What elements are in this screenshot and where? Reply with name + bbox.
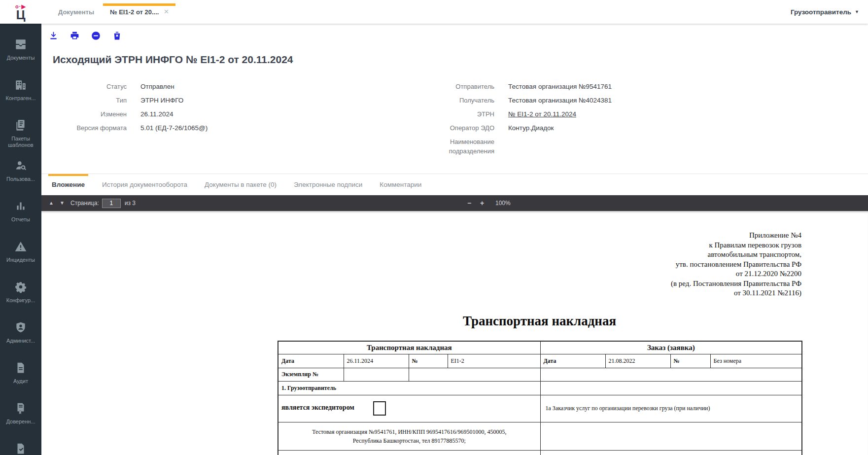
meta-row-type: Тип ЭТРН ИНФГО xyxy=(53,96,208,105)
meta-label: Отправитель xyxy=(426,82,494,91)
tab-current-document[interactable]: № EI1-2 от 20.... × xyxy=(102,0,176,24)
tab-label: Электронные подписи xyxy=(294,181,362,188)
tab-current-document-label: № EI1-2 от 20.... xyxy=(110,8,159,16)
sidebar-item-label: Документы xyxy=(1,55,40,61)
meta-value: 26.11.2024 xyxy=(140,109,174,119)
meta-value: 5.01 (ЕД-7-26/1065@) xyxy=(140,123,208,133)
meta-row-subdivision: Наименование подразделения xyxy=(426,137,612,156)
main-panel: Исходящий ЭТРН ИНФГО № EI1-2 от 20.11.20… xyxy=(41,24,868,455)
building-icon xyxy=(14,78,27,91)
document-icon xyxy=(14,361,27,374)
document-metadata: Статус Отправлен Тип ЭТРН ИНФГО Изменен … xyxy=(41,71,868,174)
waybill-number-label: № xyxy=(409,354,448,368)
delete-button[interactable] xyxy=(109,28,125,43)
appendix-note: Приложение №4 к Правилам перевозок грузо… xyxy=(671,231,801,298)
user-search-icon xyxy=(14,159,27,172)
arrow-up-icon: ▲ xyxy=(49,200,54,206)
waybill-table: Транспортная накладная Заказ (заявка) Да… xyxy=(278,341,802,455)
meta-row-sender: Отправитель Тестовая организация №954176… xyxy=(426,82,612,91)
template-packages-icon xyxy=(14,119,27,132)
block-circle-icon xyxy=(91,31,101,41)
sidebar-item-label: Контраген... xyxy=(1,95,40,102)
sidebar-item-template-packages[interactable]: Пакеты шаблонов xyxy=(0,113,41,153)
waybill-date-label: Дата xyxy=(278,354,344,368)
close-tab-icon[interactable]: × xyxy=(164,8,169,15)
download-icon xyxy=(48,31,59,41)
meta-label: Версия формата xyxy=(53,123,127,133)
sidebar-item-label: Аудит xyxy=(1,378,40,385)
table-copy-row: Экземпляр № xyxy=(278,368,802,381)
order-number-label: № xyxy=(670,354,710,368)
tab-label: История документооборота xyxy=(102,181,187,188)
app-logo[interactable]: o·▶ Ц xyxy=(0,0,41,24)
meta-value: ЭТРН ИНФГО xyxy=(140,96,183,105)
etrn-link[interactable]: № EI1-2 от 20.11.2024 xyxy=(508,109,576,119)
next-page-button[interactable]: ▼ xyxy=(57,198,68,209)
expeditor-checkbox xyxy=(373,401,386,416)
meta-label: Статус xyxy=(53,82,127,91)
window-tabs: Документы № EI1-2 от 20.... × xyxy=(50,0,176,24)
waybill-date-value: 26.11.2024 xyxy=(344,354,409,368)
shipper-info: Тестовая организация №9541761, ИНН/КПП 9… xyxy=(311,427,508,445)
sidebar: Документы Контраген... Пакеты шаблонов П… xyxy=(0,24,41,455)
meta-row-edo-operator: Оператор ЭДО Контур.Диадок xyxy=(426,123,612,133)
table-expeditor-row: является экспедитором 1а Заказчик услуг … xyxy=(278,395,802,422)
sidebar-item-poa[interactable]: Доверенн... xyxy=(0,396,41,436)
sidebar-item-contractors[interactable]: Контраген... xyxy=(0,72,41,113)
customer-1a-cell: 1а Заказчик услуг по организации перевоз… xyxy=(540,395,802,422)
sidebar-item-documents[interactable]: Документы xyxy=(0,32,41,72)
zoom-level[interactable]: 100% xyxy=(495,200,511,207)
sidebar-item-label: Пакеты шаблонов xyxy=(1,136,40,148)
sidebar-item-partial[interactable] xyxy=(0,436,41,455)
sidebar-item-incidents[interactable]: Инциденты xyxy=(0,234,41,275)
waybill-number-value: EI1-2 xyxy=(448,354,540,368)
zoom-in-button[interactable]: + xyxy=(476,198,488,209)
meta-row-status: Статус Отправлен xyxy=(53,82,208,91)
document-toolbar xyxy=(41,24,868,47)
table-shipper-row: Тестовая организация №9541761, ИНН/КПП 9… xyxy=(278,422,802,450)
expeditor-label: является экспедитором xyxy=(281,404,354,411)
sidebar-item-administration[interactable]: Админист... xyxy=(0,315,41,355)
minus-icon: − xyxy=(467,199,471,207)
org-switcher[interactable]: Грузоотправитель ▼ xyxy=(791,0,868,24)
sidebar-item-label: Конфигур... xyxy=(1,297,40,304)
pdf-toolbar: ▲ ▼ Страница: из 3 − + 100% xyxy=(41,195,868,211)
sidebar-item-configuration[interactable]: Конфигур... xyxy=(0,275,41,315)
tab-documents[interactable]: Документы xyxy=(50,0,102,24)
sidebar-item-label: Админист... xyxy=(1,338,40,344)
zoom-out-button[interactable]: − xyxy=(463,198,476,209)
download-button[interactable] xyxy=(45,28,61,43)
order-date-value: 21.08.2022 xyxy=(605,354,670,368)
tab-attachment[interactable]: Вложение xyxy=(48,174,88,195)
meta-label: Изменен xyxy=(53,109,127,119)
meta-label: ЭТРН xyxy=(426,109,494,119)
pdf-page: Приложение №4 к Правилам перевозок грузо… xyxy=(41,211,868,455)
meta-value: Тестовая организация №9541761 xyxy=(508,82,612,91)
tab-comments[interactable]: Комментарии xyxy=(376,174,425,195)
sidebar-item-audit[interactable]: Аудит xyxy=(0,355,41,396)
print-button[interactable] xyxy=(67,28,82,43)
table-partial-row xyxy=(278,450,802,455)
trash-x-icon xyxy=(112,31,122,41)
sidebar-item-label: Доверенн... xyxy=(1,419,40,425)
sidebar-item-label: Инциденты xyxy=(1,257,40,263)
page-number-input[interactable] xyxy=(102,199,121,208)
sidebar-item-reports[interactable]: Отчеты xyxy=(0,194,41,234)
content-tabs: Вложение История документооборота Докуме… xyxy=(41,174,868,195)
tab-label: Вложение xyxy=(52,181,85,188)
previous-page-button[interactable]: ▲ xyxy=(46,198,57,209)
tab-documents-label: Документы xyxy=(58,8,94,16)
arrow-down-icon: ▼ xyxy=(60,200,65,206)
revoke-button[interactable] xyxy=(88,28,104,43)
tab-package-documents[interactable]: Документы в пакете (0) xyxy=(201,174,280,195)
section1-title: 1. Грузоотправитель xyxy=(278,381,540,395)
meta-value: Контур.Диадок xyxy=(508,123,554,133)
table-section1-row: 1. Грузоотправитель xyxy=(278,381,802,395)
document-check-icon xyxy=(14,442,27,455)
meta-label: Получатель xyxy=(426,96,494,105)
sidebar-item-users[interactable]: Пользова... xyxy=(0,153,41,194)
page-label: Страница: xyxy=(70,200,99,207)
meta-label: Наименование подразделения xyxy=(426,137,494,156)
tab-history[interactable]: История документооборота xyxy=(99,174,191,195)
tab-signatures[interactable]: Электронные подписи xyxy=(290,174,366,195)
